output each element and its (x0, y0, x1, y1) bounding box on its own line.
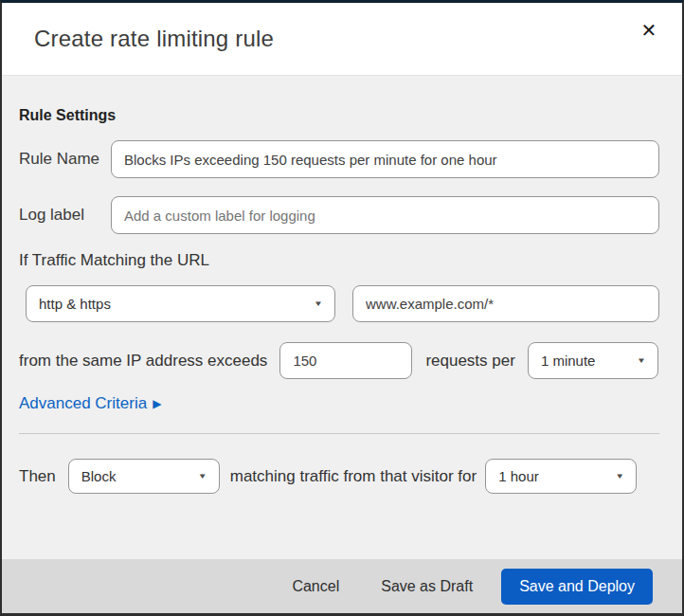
arrow-right-icon: ▶ (153, 397, 161, 410)
scheme-select[interactable]: http & https ▼ (26, 285, 335, 322)
duration-select-value: 1 hour (498, 468, 607, 484)
chevron-down-icon: ▼ (198, 472, 207, 480)
log-label-input[interactable] (111, 196, 659, 234)
section-divider (19, 433, 659, 434)
scheme-select-value: http & https (39, 296, 306, 312)
threshold-input[interactable] (279, 342, 412, 379)
rate-prefix-text: from the same IP address exceeds (19, 352, 267, 371)
modal-header: Create rate limiting rule ✕ (2, 3, 682, 76)
cancel-button[interactable]: Cancel (288, 571, 343, 603)
then-middle-text: matching traffic from that visitor for (230, 467, 477, 486)
rule-name-row: Rule Name (19, 140, 659, 178)
rule-name-label: Rule Name (19, 150, 111, 169)
chevron-down-icon: ▼ (637, 356, 646, 365)
action-select[interactable]: Block ▼ (68, 459, 220, 494)
log-label-row: Log label (19, 196, 659, 234)
rule-name-input[interactable] (111, 140, 659, 178)
log-label-label: Log label (19, 206, 111, 225)
period-select[interactable]: 1 minute ▼ (528, 342, 658, 379)
rate-limiting-modal: Create rate limiting rule ✕ Rule Setting… (0, 0, 684, 616)
modal-title: Create rate limiting rule (34, 26, 274, 52)
then-action-row: Then Block ▼ matching traffic from that … (19, 459, 659, 494)
advanced-criteria-link[interactable]: Advanced Criteria ▶ (19, 394, 161, 413)
url-pattern-input[interactable] (352, 285, 659, 322)
period-select-value: 1 minute (541, 353, 629, 369)
advanced-criteria-label: Advanced Criteria (19, 394, 147, 413)
url-match-row: http & https ▼ (26, 285, 659, 322)
modal-body: Rule Settings Rule Name Log label If Tra… (2, 76, 682, 559)
rate-middle-text: requests per (425, 352, 515, 371)
close-icon[interactable]: ✕ (635, 16, 663, 45)
chevron-down-icon: ▼ (314, 299, 323, 308)
action-select-value: Block (81, 468, 190, 484)
traffic-match-heading: If Traffic Matching the URL (19, 251, 659, 270)
chevron-down-icon: ▼ (615, 472, 624, 480)
save-as-draft-button[interactable]: Save as Draft (377, 571, 477, 603)
rate-threshold-row: from the same IP address exceeds request… (19, 342, 659, 379)
save-and-deploy-button[interactable]: Save and Deploy (501, 569, 653, 605)
duration-select[interactable]: 1 hour ▼ (485, 459, 637, 494)
rule-settings-heading: Rule Settings (19, 107, 659, 124)
modal-footer: Cancel Save as Draft Save and Deploy (2, 559, 682, 613)
then-prefix-text: Then (19, 467, 56, 486)
